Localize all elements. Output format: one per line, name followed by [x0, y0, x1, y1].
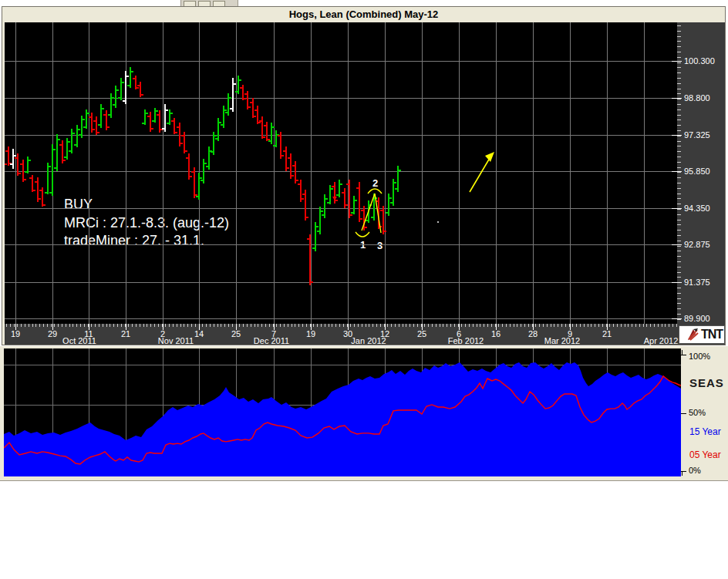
pivot-label-3: 3 — [377, 240, 383, 251]
date-axis-panel[interactable] — [5, 324, 725, 345]
trademiner-note: tradeMiner : 27. - 31.1. — [64, 232, 229, 251]
trade-note-annotation: BUY MRCi : 27.1.-8.3. (aug.-12) tradeMin… — [64, 196, 229, 251]
seas-50pct-label: 50% — [689, 408, 706, 417]
seas-15year-legend[interactable]: 15 Year — [689, 426, 721, 437]
toolbar-button-fragment[interactable] — [184, 1, 196, 6]
clipped-toolbar-fragment — [180, 0, 238, 6]
mrci-note: MRCi : 27.1.-8.3. (aug.-12) — [64, 214, 229, 233]
toolbar-button-fragment[interactable] — [198, 1, 211, 6]
seas-05year-legend[interactable]: 05 Year — [689, 449, 721, 460]
chart-title: Hogs, Lean (Combined) May-12 — [289, 8, 439, 20]
tnt-logo-text: TNT — [701, 328, 723, 341]
price-axis-panel[interactable] — [677, 22, 725, 324]
seas-100pct-label: 100% — [689, 352, 710, 361]
pivot-label-1: 1 — [360, 239, 366, 251]
pivot-label-2: 2 — [372, 177, 378, 189]
toolbar-button-fragment[interactable] — [213, 1, 225, 6]
buy-label: BUY — [64, 196, 229, 214]
seasonal-chart-plot[interactable] — [4, 348, 681, 476]
chart-title-bar[interactable]: Hogs, Lean (Combined) May-12 — [2, 7, 725, 23]
page: Hogs, Lean (Combined) May-12 BUY MRCi : … — [0, 0, 728, 579]
seas-title: SEAS — [689, 376, 724, 389]
tnt-logo: TNT — [679, 325, 725, 344]
price-chart-plot[interactable] — [5, 22, 677, 324]
seas-0pct-label: 0% — [689, 466, 701, 475]
tnt-logo-figure-icon — [686, 327, 701, 342]
